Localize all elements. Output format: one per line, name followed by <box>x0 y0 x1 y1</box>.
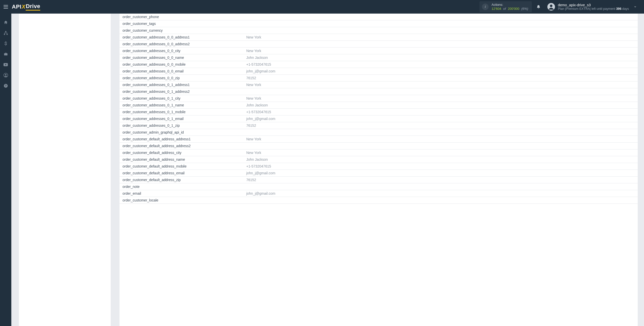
field-key: order_customer_addresses_0_1_name <box>119 103 245 107</box>
youtube-icon <box>3 63 8 66</box>
field-row[interactable]: order_customer_phone <box>119 14 638 20</box>
field-row[interactable]: order_customer_addresses_0_1_cityNew Yor… <box>119 95 638 102</box>
bell-icon <box>536 5 541 9</box>
dollar-icon <box>4 41 7 46</box>
sitemap-icon <box>4 31 8 35</box>
field-key: order_customer_default_address_zip <box>119 178 245 182</box>
field-key: order_customer_tags <box>119 22 245 26</box>
svg-point-1 <box>550 5 552 7</box>
menu-toggle-button[interactable] <box>0 0 11 14</box>
field-key: order_customer_phone <box>119 15 245 19</box>
field-key: order_customer_default_address_address2 <box>119 144 245 148</box>
field-key: order_customer_addresses_0_1_email <box>119 117 245 121</box>
sidebar: ? <box>0 14 11 326</box>
user-name: demo_apix-drive_s3 <box>558 3 629 7</box>
sidebar-item-briefcase[interactable] <box>0 49 11 59</box>
field-value: New York <box>245 96 638 100</box>
field-row[interactable]: order_customer_addresses_0_0_zip76152 <box>119 75 638 82</box>
field-value: +1-5732047615 <box>245 110 638 114</box>
actions-counts: 12'604 of 200'000 (6%) <box>492 7 528 11</box>
field-key: order_customer_default_address_mobile <box>119 164 245 168</box>
hamburger-icon <box>4 5 8 9</box>
main-area: order_customer_phoneorder_customer_tagso… <box>11 14 644 326</box>
field-key: order_customer_addresses_0_0_mobile <box>119 62 245 66</box>
field-key: order_customer_currency <box>119 28 245 32</box>
actions-total: 200'000 <box>508 7 519 11</box>
field-row[interactable]: order_customer_addresses_0_1_zip76152 <box>119 122 638 129</box>
field-row[interactable]: order_customer_admin_graphql_api_id <box>119 129 638 136</box>
user-icon <box>4 73 8 77</box>
field-row[interactable]: order_customer_addresses_0_1_address1New… <box>119 82 638 88</box>
field-value: +1-5732047615 <box>245 62 638 66</box>
field-key: order_customer_addresses_0_0_zip <box>119 76 245 80</box>
field-value: john_j@gmail.com <box>245 191 638 195</box>
svg-text:?: ? <box>5 84 6 87</box>
field-row[interactable]: order_customer_addresses_0_1_emailjohn_j… <box>119 115 638 122</box>
plan-name: Premium EXTRA <box>566 7 590 11</box>
field-row[interactable]: order_customer_default_address_mobile+1-… <box>119 163 638 170</box>
user-menu[interactable]: demo_apix-drive_s3 Plan |Premium EXTRA| … <box>547 3 644 11</box>
field-key: order_customer_locale <box>119 198 245 202</box>
plan-prefix: Plan | <box>558 7 566 11</box>
svg-rect-2 <box>5 31 6 32</box>
field-row[interactable]: order_customer_default_address_zip76152 <box>119 177 638 183</box>
field-value: 76152 <box>245 124 638 128</box>
field-row[interactable]: order_customer_addresses_0_0_nameJohn Ja… <box>119 54 638 61</box>
field-value: John Jackson <box>245 56 638 60</box>
field-row[interactable]: order_customer_currency <box>119 27 638 34</box>
field-value: 76152 <box>245 76 638 80</box>
field-row[interactable]: order_customer_locale <box>119 197 638 204</box>
field-key: order_customer_default_address_city <box>119 151 245 155</box>
field-row[interactable]: order_customer_default_address_emailjohn… <box>119 170 638 177</box>
field-row[interactable]: order_customer_default_address_address1N… <box>119 136 638 143</box>
home-icon <box>4 20 8 25</box>
chevron-down-icon <box>633 6 637 8</box>
sidebar-item-help[interactable]: ? <box>0 80 11 91</box>
sidebar-item-video[interactable] <box>0 59 11 70</box>
field-value: +1-5732047615 <box>245 164 638 168</box>
field-row[interactable]: order_customer_addresses_0_0_address2 <box>119 41 638 48</box>
field-row[interactable]: order_customer_addresses_0_0_address1New… <box>119 34 638 41</box>
sidebar-item-connections[interactable] <box>0 28 11 38</box>
field-row[interactable]: order_note <box>119 183 638 190</box>
logo-text-x: X <box>22 4 25 10</box>
plan-line: Plan |Premium EXTRA| left until payment … <box>558 7 629 11</box>
field-value: 76152 <box>245 178 638 182</box>
field-row[interactable]: order_customer_tags <box>119 20 638 27</box>
field-value: New York <box>245 151 638 155</box>
field-key: order_customer_addresses_0_1_address1 <box>119 83 245 87</box>
field-key: order_customer_addresses_0_1_address2 <box>119 90 245 94</box>
field-row[interactable]: order_customer_addresses_0_1_address2 <box>119 88 638 95</box>
plan-mid: | left until payment <box>590 7 616 11</box>
field-row[interactable]: order_customer_default_address_cityNew Y… <box>119 149 638 156</box>
field-key: order_note <box>119 185 245 189</box>
field-key: order_customer_default_address_email <box>119 171 245 175</box>
field-key: order_customer_addresses_0_0_address1 <box>119 35 245 39</box>
notifications-button[interactable] <box>536 5 545 9</box>
field-value: john_j@gmail.com <box>245 69 638 73</box>
field-row[interactable]: order_customer_addresses_0_1_nameJohn Ja… <box>119 102 638 109</box>
field-key: order_customer_addresses_0_0_name <box>119 56 245 60</box>
sidebar-item-account[interactable] <box>0 70 11 80</box>
field-row[interactable]: order_customer_default_address_nameJohn … <box>119 156 638 163</box>
actions-percent: (6%) <box>521 7 528 11</box>
field-list-panel[interactable]: order_customer_phoneorder_customer_tagso… <box>119 14 638 326</box>
logo[interactable]: API X Drive <box>12 3 40 11</box>
field-row[interactable]: order_customer_addresses_0_0_emailjohn_j… <box>119 68 638 75</box>
field-row[interactable]: order_customer_default_address_address2 <box>119 143 638 149</box>
field-row[interactable]: order_customer_addresses_0_0_mobile+1-57… <box>119 61 638 68</box>
field-row[interactable]: order_emailjohn_j@gmail.com <box>119 190 638 197</box>
field-row[interactable]: order_customer_addresses_0_0_cityNew Yor… <box>119 48 638 54</box>
field-key: order_customer_addresses_0_1_city <box>119 96 245 100</box>
field-value: john_j@gmail.com <box>245 117 638 121</box>
field-key: order_email <box>119 191 245 195</box>
actions-label: Actions: <box>492 3 528 7</box>
field-key: order_customer_addresses_0_1_zip <box>119 124 245 128</box>
actions-usage-box[interactable]: i Actions: 12'604 of 200'000 (6%) <box>479 1 532 13</box>
topbar: API X Drive i Actions: 12'604 of 200'000… <box>0 0 644 14</box>
field-key: order_customer_addresses_0_0_city <box>119 49 245 53</box>
sidebar-item-home[interactable] <box>0 17 11 28</box>
sidebar-item-billing[interactable] <box>0 38 11 49</box>
field-row[interactable]: order_customer_addresses_0_1_mobile+1-57… <box>119 109 638 115</box>
left-panel <box>19 14 111 326</box>
